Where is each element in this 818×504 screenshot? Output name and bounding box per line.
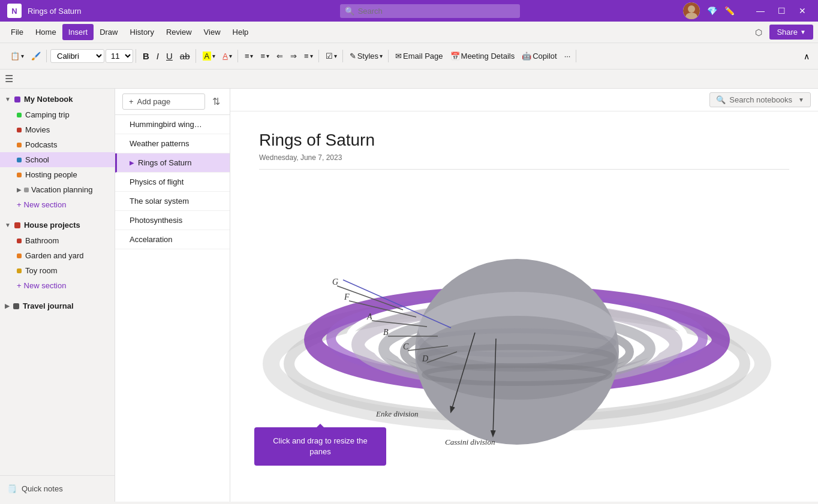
search-wrap: 🔍 — [340, 4, 520, 18]
font-group: Calibri 11 — [48, 49, 136, 63]
format-painter-button[interactable]: 🖌️ — [28, 50, 44, 62]
align-button[interactable]: ≡▾ — [301, 50, 316, 62]
menu-draw[interactable]: Draw — [94, 24, 124, 40]
new-section-house-projects[interactable]: + New section — [0, 278, 115, 293]
bold-button[interactable]: B — [140, 49, 152, 63]
search-input[interactable] — [340, 4, 520, 18]
page-item-weather[interactable]: Weather patterns — [115, 134, 230, 153]
edit-icon[interactable]: ✏️ — [724, 6, 735, 16]
sort-button[interactable]: ⇅ — [210, 93, 222, 110]
indent-button[interactable]: ⇒ — [287, 50, 300, 62]
close-button[interactable]: ✕ — [794, 5, 811, 17]
title-bar: N Rings of Saturn 🔍 💎 ✏️ — ☐ ✕ — [0, 0, 818, 22]
collapsed-bar: ☰ — [0, 70, 818, 89]
content-area: 🔍 Search notebooks ▼ Rings of Saturn Wed… — [230, 89, 818, 502]
menu-history[interactable]: History — [124, 24, 160, 40]
svg-text:C: C — [403, 342, 409, 351]
travel-color-dot — [13, 303, 19, 309]
text-color-icon: A — [222, 52, 228, 61]
sidebar-bottom: 🗒️ Quick notes — [0, 475, 115, 502]
add-page-button[interactable]: + Add page — [122, 93, 205, 110]
notebook-my-notebook-header[interactable]: ▼ My Notebook — [0, 91, 115, 107]
sidebar-item-garden-yard[interactable]: Garden and yard — [0, 248, 115, 263]
title-icons: 💎 ✏️ — [683, 2, 735, 19]
notebook-house-projects: ▼ House projects Bathroom Garden and yar… — [0, 215, 115, 295]
sidebar-item-hosting-people[interactable]: Hosting people — [0, 167, 115, 182]
email-page-button[interactable]: ✉ Email Page — [392, 50, 446, 62]
new-section-my-notebook[interactable]: + New section — [0, 197, 115, 212]
text-color-button[interactable]: A▾ — [219, 50, 235, 62]
ribbon-collapse-icon[interactable]: ⬡ — [751, 25, 766, 40]
page-item-rings-of-saturn[interactable]: ▶ Rings of Saturn — [115, 153, 230, 173]
menu-file[interactable]: File — [5, 24, 29, 40]
page-item-solar-system[interactable]: The solar system — [115, 192, 230, 211]
font-name-select[interactable]: Calibri — [50, 49, 104, 63]
svg-text:Enke division: Enke division — [375, 409, 418, 418]
search-icon: 🔍 — [716, 95, 726, 104]
page-item-accelaration[interactable]: Accelaration — [115, 230, 230, 249]
notebook-house-projects-header[interactable]: ▼ House projects — [0, 217, 115, 233]
minimize-button[interactable]: — — [751, 5, 769, 17]
font-size-select[interactable]: 11 — [106, 49, 133, 63]
italic-button[interactable]: I — [154, 49, 162, 63]
menu-right: ⬡ Share ▼ — [751, 25, 813, 40]
sidebar-item-podcasts[interactable]: Podcasts — [0, 137, 115, 152]
align-icon: ≡ — [304, 52, 309, 61]
outdent-button[interactable]: ⇐ — [273, 50, 286, 62]
numbering-icon: ≡ — [260, 52, 265, 61]
quick-notes[interactable]: 🗒️ Quick notes — [5, 481, 110, 497]
meeting-details-button[interactable]: 📅 Meeting Details — [447, 50, 518, 62]
share-button[interactable]: Share ▼ — [769, 25, 813, 40]
numbering-button[interactable]: ≡▾ — [257, 50, 272, 62]
indent-icon: ⇒ — [290, 52, 297, 61]
sidebar-item-vacation-planning[interactable]: ▶ Vacation planning — [0, 182, 115, 197]
menu-view[interactable]: View — [198, 24, 227, 40]
styles-icon: ✎ — [350, 52, 356, 61]
notebook-travel-journal-header[interactable]: ▶ Travel journal — [0, 298, 115, 314]
clipboard-group: 📋▾ 🖌️ — [5, 50, 47, 62]
email-icon: ✉ — [395, 52, 402, 61]
page-item-hummingbird[interactable]: Hummingbird wing… — [115, 115, 230, 134]
bullets-button[interactable]: ≡▾ — [242, 50, 257, 62]
maximize-button[interactable]: ☐ — [773, 5, 790, 17]
sidebar: ▼ My Notebook Camping trip Movies Podcas… — [0, 89, 115, 502]
svg-point-1 — [688, 5, 695, 13]
hamburger-menu[interactable]: ☰ — [5, 73, 13, 84]
toolbar-right: ∧ — [800, 50, 813, 63]
svg-text:F: F — [344, 292, 350, 301]
highlight-button[interactable]: A▾ — [200, 50, 219, 62]
sidebar-item-toy-room[interactable]: Toy room — [0, 263, 115, 278]
premium-icon[interactable]: 💎 — [707, 6, 717, 16]
sidebar-item-school[interactable]: School — [0, 152, 115, 167]
bullets-icon: ≡ — [245, 52, 249, 61]
page-item-photosynthesis[interactable]: Photosynthesis — [115, 211, 230, 230]
menu-review[interactable]: Review — [160, 24, 198, 40]
copilot-button[interactable]: 🤖 Copilot — [519, 50, 560, 62]
menu-help[interactable]: Help — [227, 24, 255, 40]
notebook-chevron-down: ▼ — [5, 96, 11, 102]
sidebar-item-bathroom[interactable]: Bathroom — [0, 233, 115, 248]
avatar[interactable] — [683, 2, 700, 19]
active-chevron-icon: ▶ — [130, 159, 134, 166]
notebook-my-notebook: ▼ My Notebook Camping trip Movies Podcas… — [0, 89, 115, 215]
toolbar-expand-button[interactable]: ∧ — [800, 50, 813, 63]
underline-button[interactable]: U — [163, 49, 176, 63]
search-notebooks-button[interactable]: 🔍 Search notebooks ▼ — [709, 92, 811, 107]
more-button[interactable]: ··· — [561, 50, 574, 62]
sidebar-item-camping-trip[interactable]: Camping trip — [0, 107, 115, 122]
page-item-physics[interactable]: Physics of flight — [115, 173, 230, 192]
menu-insert[interactable]: Insert — [62, 24, 94, 40]
menu-home[interactable]: Home — [29, 24, 62, 40]
house-color-dot — [14, 222, 20, 228]
notebook-color-dot — [14, 96, 20, 102]
clipboard-button[interactable]: 📋▾ — [7, 50, 27, 62]
list-group: ≡▾ ≡▾ ⇐ ⇒ ≡▾ — [239, 50, 319, 62]
page-list: + Add page ⇅ Hummingbird wing… Weather p… — [115, 89, 230, 502]
styles-button[interactable]: ✎ Styles ▾ — [347, 50, 386, 62]
sidebar-item-movies[interactable]: Movies — [0, 122, 115, 137]
page-list-header: + Add page ⇅ — [115, 89, 230, 115]
checklist-button[interactable]: ☑▾ — [323, 50, 340, 62]
copilot-icon: 🤖 — [522, 52, 531, 61]
strikethrough-button[interactable]: ab — [177, 49, 193, 63]
doc-title: Rings of Saturn — [28, 7, 184, 16]
